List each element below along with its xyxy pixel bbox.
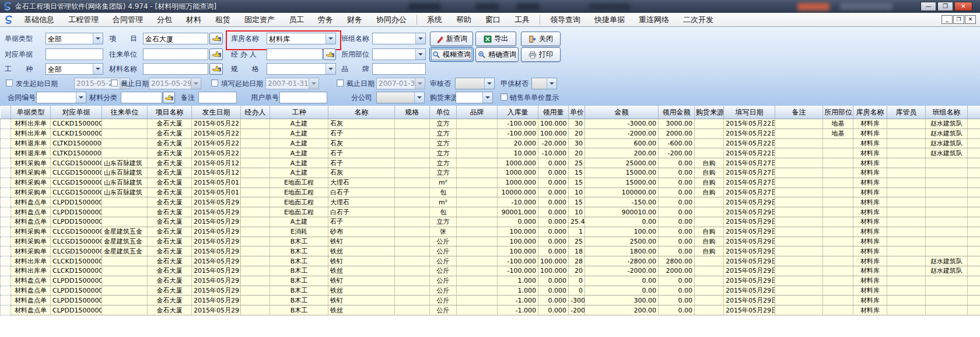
table-row[interactable]: 材料采购单CLCGD150000006金星建筑五金金石大厦2015年05月29日… bbox=[1, 237, 980, 246]
table-cell[interactable]: -1.000 bbox=[498, 305, 538, 315]
table-cell[interactable] bbox=[695, 276, 724, 286]
table-cell[interactable]: CLCGD150000006 bbox=[51, 227, 102, 237]
table-cell[interactable] bbox=[926, 168, 968, 178]
table-cell[interactable]: 0.000 bbox=[498, 217, 538, 227]
table-cell[interactable]: 0.00 bbox=[585, 217, 659, 227]
close-button[interactable]: 关闭 bbox=[521, 32, 561, 46]
table-row[interactable]: 材料退库单CLTKD150000001金石大厦2015年05月22日A土建石子立… bbox=[1, 148, 980, 158]
table-cell[interactable]: CLPDD150000001 bbox=[51, 207, 102, 217]
table-cell[interactable]: -1.000 bbox=[498, 296, 538, 305]
table-cell[interactable]: 材料库 bbox=[853, 286, 887, 296]
table-cell[interactable] bbox=[102, 276, 148, 286]
table-cell[interactable]: 2015年05月27日 bbox=[724, 187, 775, 197]
table-cell[interactable] bbox=[823, 187, 853, 197]
row-selector[interactable] bbox=[1, 276, 11, 286]
table-cell[interactable] bbox=[695, 296, 724, 305]
table-cell[interactable]: 材料盘点单 bbox=[11, 296, 51, 305]
table-cell[interactable]: 立方 bbox=[430, 217, 457, 227]
menu-item[interactable]: 二次开发 bbox=[676, 13, 720, 26]
table-row[interactable]: 材料出库单CLCKD150000002金石大厦2015年05月29日B木工铁丝公… bbox=[1, 266, 980, 276]
table-cell[interactable]: 100.000 bbox=[498, 227, 538, 237]
table-cell[interactable]: 100.000 bbox=[538, 128, 569, 138]
handler-input[interactable] bbox=[267, 48, 323, 60]
table-cell[interactable]: 山东百脉建筑 bbox=[102, 158, 148, 168]
table-cell[interactable] bbox=[241, 119, 270, 129]
column-header[interactable]: 规格 bbox=[395, 106, 430, 119]
table-cell[interactable]: 2000.00 bbox=[659, 266, 695, 276]
table-cell[interactable] bbox=[775, 237, 823, 246]
fill-end-checkbox[interactable] bbox=[337, 79, 344, 86]
table-cell[interactable]: 材料库 bbox=[853, 197, 887, 207]
table-cell[interactable]: 0.00 bbox=[659, 178, 695, 187]
column-header[interactable]: 班组名称 bbox=[926, 106, 968, 119]
table-cell[interactable]: A土建 bbox=[270, 217, 328, 227]
table-cell[interactable]: 大理石 bbox=[328, 197, 395, 207]
chevron-down-icon[interactable] bbox=[326, 33, 335, 44]
column-header[interactable]: 领用金额 bbox=[659, 106, 695, 119]
table-cell[interactable]: 25 bbox=[569, 237, 585, 246]
table-cell[interactable]: -600.00 bbox=[659, 138, 695, 148]
table-cell[interactable] bbox=[695, 286, 724, 296]
table-cell[interactable] bbox=[102, 197, 148, 207]
table-cell[interactable]: 金星建筑五金 bbox=[102, 227, 148, 237]
table-cell[interactable]: 2015年05月01日 bbox=[192, 178, 241, 187]
table-cell[interactable] bbox=[775, 296, 823, 305]
table-cell[interactable]: 10 bbox=[569, 207, 585, 217]
table-cell[interactable]: 0.000 bbox=[538, 286, 569, 296]
table-cell[interactable]: 2015年05月29日 bbox=[724, 276, 775, 286]
table-cell[interactable]: B木工 bbox=[270, 286, 328, 296]
chevron-down-icon[interactable] bbox=[191, 78, 201, 89]
table-cell[interactable]: 2015年05月29日 bbox=[192, 256, 241, 266]
table-cell[interactable]: 材料库 bbox=[853, 128, 887, 138]
table-cell[interactable]: 90001.000 bbox=[498, 207, 538, 217]
table-cell[interactable] bbox=[775, 305, 823, 315]
table-cell[interactable]: 赵水建筑队 bbox=[926, 128, 968, 138]
table-cell[interactable] bbox=[887, 237, 926, 246]
table-cell[interactable] bbox=[102, 128, 148, 138]
audited-select[interactable] bbox=[455, 78, 495, 89]
table-cell[interactable] bbox=[395, 305, 430, 315]
table-cell[interactable] bbox=[395, 187, 430, 197]
table-cell[interactable]: 0.00 bbox=[659, 168, 695, 178]
table-cell[interactable]: 山东百脉建筑 bbox=[102, 187, 148, 197]
close-window-button[interactable]: ✕ bbox=[954, 2, 972, 11]
table-cell[interactable]: 2015年05月29日 bbox=[192, 286, 241, 296]
table-cell[interactable]: CLPDD150000003 bbox=[51, 305, 102, 315]
column-header[interactable]: 经办人 bbox=[241, 106, 270, 119]
table-cell[interactable] bbox=[457, 187, 498, 197]
table-cell[interactable] bbox=[457, 138, 498, 148]
table-cell[interactable] bbox=[102, 266, 148, 276]
table-cell[interactable]: 1000.000 bbox=[498, 178, 538, 187]
table-cell[interactable]: 材料库 bbox=[853, 178, 887, 187]
menu-item[interactable]: 领导查询 bbox=[543, 13, 587, 26]
table-cell[interactable]: 赵水建筑队 bbox=[926, 138, 968, 148]
chevron-down-icon[interactable] bbox=[415, 49, 425, 60]
table-cell[interactable]: 立方 bbox=[430, 138, 457, 148]
table-cell[interactable]: -2800.00 bbox=[585, 256, 659, 266]
table-cell[interactable]: 200.00 bbox=[585, 305, 659, 315]
table-cell[interactable]: -100.000 bbox=[498, 119, 538, 129]
table-cell[interactable] bbox=[457, 168, 498, 178]
table-cell[interactable]: 公斤 bbox=[430, 286, 457, 296]
print-button[interactable]: 打印 bbox=[521, 47, 561, 62]
table-cell[interactable] bbox=[823, 217, 853, 227]
chevron-down-icon[interactable] bbox=[547, 78, 556, 89]
table-cell[interactable] bbox=[395, 227, 430, 237]
table-cell[interactable]: 公斤 bbox=[430, 237, 457, 246]
table-cell[interactable] bbox=[395, 296, 430, 305]
row-selector[interactable] bbox=[1, 207, 11, 217]
table-cell[interactable]: 铁丝 bbox=[328, 266, 395, 276]
column-header[interactable]: 项目名称 bbox=[148, 106, 192, 119]
table-cell[interactable]: 赵水建筑队 bbox=[926, 119, 968, 129]
table-cell[interactable]: 公斤 bbox=[430, 305, 457, 315]
table-cell[interactable] bbox=[823, 266, 853, 276]
table-cell[interactable]: 自购 bbox=[695, 178, 724, 187]
table-cell[interactable]: CLPDD150000002 bbox=[51, 276, 102, 286]
table-cell[interactable] bbox=[926, 197, 968, 207]
table-cell[interactable] bbox=[775, 246, 823, 256]
table-row[interactable]: 材料盘点单CLPDD150000002金石大厦2015年05月29日B木工铁钉公… bbox=[1, 276, 980, 286]
table-cell[interactable]: 金石大厦 bbox=[148, 276, 192, 286]
table-row[interactable]: 材料采购单CLCGD150000004山东百脉建筑金石大厦2015年05月12日… bbox=[1, 168, 980, 178]
occur-start-checkbox[interactable] bbox=[6, 79, 13, 86]
table-cell[interactable]: A土建 bbox=[270, 138, 328, 148]
